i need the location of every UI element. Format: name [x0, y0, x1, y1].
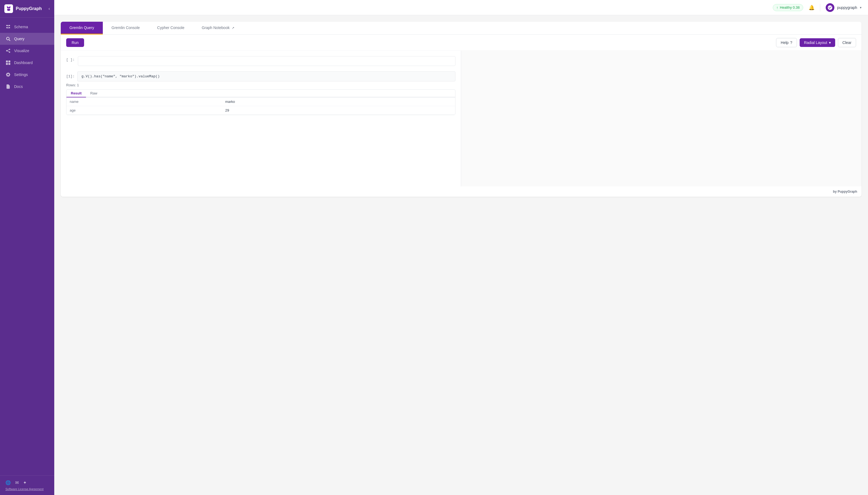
avatar: [826, 3, 834, 12]
sidebar-nav: Schema Query Visualize: [0, 18, 54, 476]
cell-1-query: g.V().has("name", "marko").valueMap(): [77, 71, 456, 81]
tabs: Gremlin Query Gremlin Console Cypher Con…: [61, 22, 862, 35]
sidebar-item-settings-label: Settings: [14, 72, 28, 77]
tab-gremlin-query[interactable]: Gremlin Query: [61, 22, 103, 34]
svg-rect-11: [6, 61, 8, 63]
table-row: age29: [67, 106, 455, 115]
sidebar: PuppyGraph ‹ Schema Query: [0, 0, 54, 495]
visualize-icon: [5, 48, 11, 53]
health-arrow-icon: ↑: [776, 5, 778, 10]
topbar: ↑ Healthy 0.38 🔔 puppygraph ▾: [54, 0, 868, 15]
toolbar-right: Help ? Radial Layout ▾ Clear: [776, 38, 856, 47]
result-tab-result[interactable]: Result: [67, 89, 86, 98]
editor-results: [ ]: [1]: g.V().has("name", "marko").val…: [61, 51, 862, 186]
user-name: puppygraph: [837, 5, 857, 10]
sidebar-item-schema-label: Schema: [14, 25, 28, 29]
health-label: Healthy 0.38: [780, 5, 800, 10]
license-link[interactable]: Software License Agreement: [5, 488, 49, 491]
query-panel: Gremlin Query Gremlin Console Cypher Con…: [61, 22, 862, 197]
svg-rect-13: [6, 63, 8, 65]
mail-icon[interactable]: ✉: [15, 480, 19, 485]
result-value: 29: [222, 106, 455, 115]
external-link-icon: ↗: [232, 26, 234, 30]
svg-rect-12: [8, 61, 10, 63]
layout-button[interactable]: Radial Layout ▾: [800, 38, 835, 47]
run-button[interactable]: Run: [66, 38, 84, 47]
notification-bell-icon[interactable]: 🔔: [809, 5, 815, 11]
sidebar-item-visualize[interactable]: Visualize: [0, 45, 54, 57]
code-cell-empty: [ ]:: [66, 56, 456, 66]
by-label: by: [833, 190, 837, 193]
sidebar-item-dashboard-label: Dashboard: [14, 61, 33, 65]
toolbar: Run Help ? Radial Layout ▾ Clear: [61, 35, 862, 51]
sidebar-collapse-button[interactable]: ‹: [49, 6, 50, 11]
dashboard-icon: [5, 60, 11, 65]
slack-icon[interactable]: ✦: [23, 480, 26, 485]
sidebar-item-docs-label: Docs: [14, 84, 23, 89]
tab-cypher-console[interactable]: Cypher Console: [148, 22, 193, 34]
svg-line-10: [7, 51, 9, 52]
svg-point-4: [10, 6, 11, 7]
sidebar-item-visualize-label: Visualize: [14, 49, 29, 53]
app-title: PuppyGraph: [16, 6, 42, 11]
brand-name: PuppyGraph: [838, 190, 857, 193]
logo-icon: [4, 4, 13, 13]
sidebar-footer: 🌐 ✉ ✦ Software License Agreement: [0, 476, 54, 495]
result-table: namemarkoage29: [67, 98, 455, 115]
cell-empty-input[interactable]: [78, 56, 456, 66]
settings-icon: [5, 72, 11, 78]
svg-point-7: [9, 49, 10, 50]
result-key: name: [67, 98, 222, 106]
globe-icon[interactable]: 🌐: [5, 480, 11, 485]
result-box: Result Raw namemarkoage29: [66, 89, 456, 115]
main: ↑ Healthy 0.38 🔔 puppygraph ▾ Gremlin Qu…: [54, 0, 868, 495]
sidebar-item-docs[interactable]: Docs: [0, 81, 54, 92]
help-icon: ?: [790, 40, 792, 45]
footer-brand: by PuppyGraph: [61, 186, 862, 197]
tab-gremlin-console[interactable]: Gremlin Console: [103, 22, 148, 34]
svg-point-6: [6, 50, 7, 52]
cell-1-label: [1]:: [66, 74, 75, 79]
sidebar-item-query[interactable]: Query: [0, 33, 54, 45]
result-tab-raw[interactable]: Raw: [86, 89, 102, 98]
svg-line-9: [7, 50, 9, 50]
result-tabs: Result Raw: [67, 89, 455, 98]
svg-point-3: [7, 6, 8, 7]
tab-graph-notebook[interactable]: Graph Notebook ↗: [193, 22, 243, 34]
editor-pane: [ ]: [1]: g.V().has("name", "marko").val…: [61, 51, 461, 186]
code-cell-1: [1]: g.V().has("name", "marko").valueMap…: [66, 71, 456, 115]
svg-point-5: [6, 37, 9, 40]
svg-point-2: [7, 9, 10, 11]
graph-pane: [461, 51, 862, 186]
rows-label: Rows: 1: [66, 83, 456, 87]
content: Gremlin Query Gremlin Console Cypher Con…: [54, 15, 868, 495]
table-row: namemarko: [67, 98, 455, 106]
health-badge: ↑ Healthy 0.38: [773, 4, 803, 11]
user-info[interactable]: puppygraph ▾: [826, 3, 862, 12]
query-icon: [5, 36, 11, 41]
sidebar-item-query-label: Query: [14, 37, 24, 41]
footer-icons: 🌐 ✉ ✦: [5, 480, 49, 485]
sidebar-item-schema[interactable]: Schema: [0, 21, 54, 33]
svg-point-8: [9, 52, 10, 53]
help-button[interactable]: Help ?: [776, 38, 797, 47]
sidebar-item-settings[interactable]: Settings: [0, 69, 54, 81]
schema-icon: [5, 24, 11, 30]
sidebar-item-dashboard[interactable]: Dashboard: [0, 57, 54, 69]
result-key: age: [67, 106, 222, 115]
result-value: marko: [222, 98, 455, 106]
docs-icon: [5, 84, 11, 89]
clear-button[interactable]: Clear: [838, 38, 856, 47]
sidebar-header: PuppyGraph ‹: [0, 0, 54, 18]
cell-empty-label: [ ]:: [66, 56, 75, 62]
user-chevron-icon: ▾: [860, 6, 862, 10]
chevron-down-icon: ▾: [829, 40, 831, 45]
svg-rect-14: [8, 63, 10, 65]
